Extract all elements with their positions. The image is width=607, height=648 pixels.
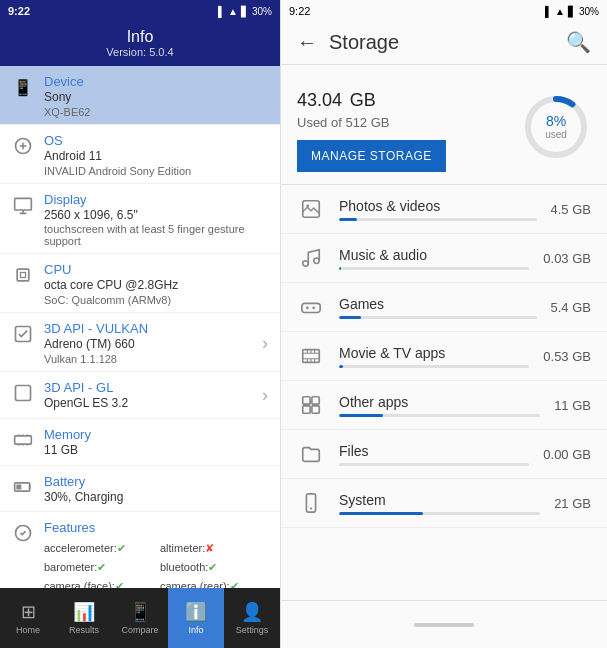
photos-size: 4.5 GB bbox=[551, 202, 591, 217]
svg-point-23 bbox=[310, 507, 312, 509]
storage-item-movies[interactable]: Movie & TV apps 0.53 GB bbox=[281, 332, 607, 381]
svg-rect-21 bbox=[312, 406, 319, 413]
left-panel: 9:22 ▌ ▲ ▋ 30% Info Version: 5.0.4 📱 Dev… bbox=[0, 0, 280, 648]
info-icon: ℹ️ bbox=[185, 601, 207, 623]
storage-item-files[interactable]: Files 0.00 GB bbox=[281, 430, 607, 479]
system-name: System bbox=[339, 492, 540, 508]
gl-arrow[interactable]: › bbox=[262, 385, 268, 406]
storage-item-otherapps[interactable]: Other apps 11 GB bbox=[281, 381, 607, 430]
features-icon bbox=[12, 522, 34, 544]
memory-title: Memory bbox=[44, 427, 268, 442]
wifi-icon-right: ▲ bbox=[555, 6, 565, 17]
signal-icon-right: ▋ bbox=[568, 6, 576, 17]
system-size: 21 GB bbox=[554, 496, 591, 511]
back-button[interactable]: ← bbox=[297, 31, 317, 54]
sim-icon: ▌ bbox=[218, 6, 225, 17]
nav-info[interactable]: ℹ️ Info bbox=[168, 588, 224, 648]
movies-info: Movie & TV apps bbox=[339, 345, 529, 368]
system-icon bbox=[297, 489, 325, 517]
cpu-section: CPU octa core CPU @2.8GHz SoC: Qualcomm … bbox=[0, 254, 280, 313]
info-content: 📱 Device Sony XQ-BE62 OS Android 11 INVA… bbox=[0, 66, 280, 588]
games-bar-fill bbox=[339, 316, 361, 319]
storage-unit: GB bbox=[350, 90, 376, 110]
nav-indicator bbox=[414, 623, 474, 627]
manage-storage-button[interactable]: MANAGE STORAGE bbox=[297, 140, 446, 172]
donut-label: 8% used bbox=[545, 112, 567, 141]
os-title: OS bbox=[44, 133, 268, 148]
os-icon bbox=[12, 135, 34, 157]
gl-title: 3D API - GL bbox=[44, 380, 252, 395]
svg-rect-6 bbox=[15, 436, 32, 444]
storage-item-games[interactable]: Games 5.4 GB bbox=[281, 283, 607, 332]
battery-val: 30%, Charging bbox=[44, 489, 268, 506]
nav-results[interactable]: 📊 Results bbox=[56, 588, 112, 648]
bottom-nav-right bbox=[281, 600, 607, 648]
storage-item-photos[interactable]: Photos & videos 4.5 GB bbox=[281, 185, 607, 234]
svg-rect-20 bbox=[303, 406, 310, 413]
device-section: 📱 Device Sony XQ-BE62 bbox=[0, 66, 280, 125]
device-icon: 📱 bbox=[12, 76, 34, 98]
photos-bar bbox=[339, 218, 537, 221]
nav-home[interactable]: ⊞ Home bbox=[0, 588, 56, 648]
features-title: Features bbox=[44, 520, 268, 535]
storage-summary: 43.04 GB Used of 512 GB MANAGE STORAGE 8… bbox=[281, 65, 607, 185]
nav-settings[interactable]: 👤 Settings bbox=[224, 588, 280, 648]
donut-chart: 8% used bbox=[521, 92, 591, 162]
files-info: Files bbox=[339, 443, 529, 466]
vulkan-section[interactable]: 3D API - VULKAN Adreno (TM) 660 Vulkan 1… bbox=[0, 313, 280, 372]
right-panel: 9:22 ▌ ▲ ▋ 30% ← Storage 🔍 43.04 GB Used… bbox=[280, 0, 607, 648]
storage-item-music[interactable]: Music & audio 0.03 GB bbox=[281, 234, 607, 283]
storage-list: Photos & videos 4.5 GB Music & audio 0.0… bbox=[281, 185, 607, 600]
svg-rect-19 bbox=[312, 397, 319, 404]
storage-used-gb: 43.04 GB bbox=[297, 81, 521, 113]
bottom-nav-left: ⊞ Home 📊 Results 📱 Compare ℹ️ Info 👤 Set… bbox=[0, 588, 280, 648]
storage-gb-value: 43.04 bbox=[297, 90, 342, 110]
storage-numbers: 43.04 GB Used of 512 GB MANAGE STORAGE bbox=[297, 81, 521, 172]
gl-ver: OpenGL ES 3.2 bbox=[44, 395, 252, 412]
otherapps-name: Other apps bbox=[339, 394, 540, 410]
files-icon bbox=[297, 440, 325, 468]
features-col1: accelerometer:✔ barometer:✔ camera (face… bbox=[44, 539, 152, 588]
features-grid: accelerometer:✔ barometer:✔ camera (face… bbox=[44, 539, 268, 588]
games-info: Games bbox=[339, 296, 537, 319]
photos-info: Photos & videos bbox=[339, 198, 537, 221]
device-title: Device bbox=[44, 74, 268, 89]
music-size: 0.03 GB bbox=[543, 251, 591, 266]
games-name: Games bbox=[339, 296, 537, 312]
os-version: Android 11 bbox=[44, 148, 268, 165]
svg-rect-1 bbox=[15, 198, 32, 210]
battery-section: Battery 30%, Charging bbox=[0, 466, 280, 513]
music-bar bbox=[339, 267, 529, 270]
system-bar bbox=[339, 512, 540, 515]
vulkan-arrow[interactable]: › bbox=[262, 333, 268, 354]
games-icon bbox=[297, 293, 325, 321]
svg-point-15 bbox=[314, 258, 320, 264]
movies-name: Movie & TV apps bbox=[339, 345, 529, 361]
features-col2: altimeter:✘ bluetooth:✔ camera (rear):✔ … bbox=[160, 539, 268, 588]
os-detail: INVALID Android Sony Edition bbox=[44, 165, 268, 177]
vulkan-icon bbox=[12, 323, 34, 345]
movies-size: 0.53 GB bbox=[543, 349, 591, 364]
memory-icon bbox=[12, 429, 34, 451]
settings-icon: 👤 bbox=[241, 601, 263, 623]
display-res: 2560 x 1096, 6.5" bbox=[44, 207, 268, 224]
results-icon: 📊 bbox=[73, 601, 95, 623]
gl-section[interactable]: 3D API - GL OpenGL ES 3.2 › bbox=[0, 372, 280, 419]
photos-icon bbox=[297, 195, 325, 223]
vulkan-gpu: Adreno (TM) 660 bbox=[44, 336, 252, 353]
donut-percent: 8% bbox=[545, 112, 567, 129]
svg-rect-16 bbox=[302, 303, 320, 312]
right-header: ← Storage 🔍 bbox=[281, 22, 607, 65]
memory-val: 11 GB bbox=[44, 442, 268, 459]
device-brand: Sony bbox=[44, 89, 268, 106]
storage-item-system[interactable]: System 21 GB bbox=[281, 479, 607, 528]
search-button[interactable]: 🔍 bbox=[566, 30, 591, 54]
nav-home-label: Home bbox=[16, 625, 40, 635]
games-bar bbox=[339, 316, 537, 319]
app-title: Info bbox=[0, 28, 280, 46]
os-section: OS Android 11 INVALID Android Sony Editi… bbox=[0, 125, 280, 184]
gl-icon bbox=[12, 382, 34, 404]
music-name: Music & audio bbox=[339, 247, 529, 263]
nav-compare[interactable]: 📱 Compare bbox=[112, 588, 168, 648]
svg-rect-2 bbox=[17, 270, 29, 282]
